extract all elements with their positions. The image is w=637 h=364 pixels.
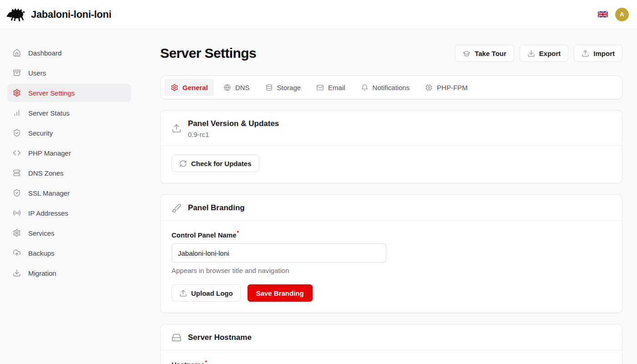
sidebar-item-label: Users [28, 69, 46, 77]
settings-tabs: GeneralDNSStorageEmailNotificationsPHP-F… [160, 76, 622, 99]
tab-php-fpm[interactable]: PHP-FPM [419, 79, 474, 96]
download-icon [527, 50, 535, 57]
page-head: Server Settings Take TourExportImport [160, 45, 622, 62]
bar-chart-icon [13, 109, 21, 117]
gear-icon [171, 84, 178, 91]
sidebar-item-label: PHP Manager [28, 149, 71, 157]
radio-waves-icon [13, 209, 21, 217]
card-title: Panel Version & Updates [188, 118, 279, 129]
globe-icon [223, 84, 231, 91]
panel-branding-header: Panel Branding [161, 195, 622, 220]
archive-icon [13, 69, 21, 77]
button-label: Import [593, 50, 615, 57]
sidebar-item-ssl-manager[interactable]: SSL Manager [7, 184, 131, 202]
cloud-upload-icon [13, 249, 21, 257]
bell-icon [361, 84, 369, 91]
body-row: DashboardUsersServer SettingsServer Stat… [0, 29, 637, 364]
tab-notifications[interactable]: Notifications [354, 79, 416, 96]
panel-version-titles: Panel Version & Updates 0.9-rc1 [188, 118, 279, 138]
branding-buttons: Upload Logo Save Branding [172, 284, 611, 302]
tab-storage[interactable]: Storage [259, 79, 308, 96]
shield-check-icon [13, 129, 21, 137]
sidebar-item-label: Server Status [28, 109, 70, 117]
page-actions: Take TourExportImport [455, 45, 622, 62]
sidebar-item-label: Migration [28, 269, 56, 277]
panel-version-card: Panel Version & Updates 0.9-rc1 Check fo… [160, 110, 622, 183]
control-panel-name-label: Control Panel Name* [172, 230, 239, 239]
server-hostname-card: Server Hostname Hostname* [160, 324, 622, 364]
sidebar-item-migration[interactable]: Migration [7, 264, 131, 282]
button-label: Take Tour [475, 50, 506, 57]
panel-version-value: 0.9-rc1 [188, 131, 279, 138]
upload-icon [172, 123, 182, 133]
uk-flag-icon[interactable] [598, 11, 608, 18]
mail-icon [316, 84, 324, 91]
import-button[interactable]: Import [574, 45, 622, 62]
tab-label: Storage [277, 84, 301, 91]
database-icon [265, 84, 273, 91]
control-panel-name-input[interactable] [172, 243, 386, 263]
upload-icon [581, 50, 589, 57]
sidebar-item-server-status[interactable]: Server Status [7, 104, 131, 122]
sidebar-item-dns-zones[interactable]: DNS Zones [7, 164, 131, 182]
panel-branding-body: Control Panel Name* Appears in browser t… [161, 221, 622, 313]
brand-name: Jabaloni-loni-loni [31, 9, 111, 20]
card-title: Server Hostname [188, 332, 252, 343]
sidebar-item-backups[interactable]: Backups [7, 244, 131, 262]
shield-check-icon [13, 189, 21, 197]
tab-label: DNS [235, 84, 250, 91]
top-header: Jabaloni-loni-loni A [0, 0, 637, 29]
save-branding-label: Save Branding [256, 289, 304, 297]
sidebar-item-security[interactable]: Security [7, 124, 131, 142]
server-hostname-header: Server Hostname [161, 324, 622, 350]
tab-label: Email [328, 84, 345, 91]
check-updates-button[interactable]: Check for Updates [172, 155, 259, 172]
sidebar-item-label: DNS Zones [28, 169, 64, 177]
upload-icon [179, 289, 187, 297]
sidebar-item-server-settings[interactable]: Server Settings [7, 84, 131, 102]
graduation-cap-icon [463, 50, 470, 57]
brand[interactable]: Jabaloni-loni-loni [6, 7, 111, 22]
panel-branding-card: Panel Branding Control Panel Name* Appea… [160, 194, 622, 313]
tab-label: Notifications [373, 84, 410, 91]
main-content: Server Settings Take TourExportImport Ge… [138, 29, 637, 364]
hard-drive-icon [172, 333, 182, 343]
refresh-icon [179, 160, 187, 167]
required-asterisk: * [205, 359, 207, 364]
upload-logo-button[interactable]: Upload Logo [172, 284, 241, 302]
brush-icon [172, 203, 182, 213]
card-title: Panel Branding [188, 202, 245, 213]
sidebar-nav: DashboardUsersServer SettingsServer Stat… [0, 29, 138, 364]
button-label: Export [539, 50, 561, 57]
tab-email[interactable]: Email [310, 79, 352, 96]
tab-label: General [182, 84, 208, 91]
refresh-icon [179, 160, 187, 167]
take-tour-button[interactable]: Take Tour [455, 45, 514, 62]
upload-logo-label: Upload Logo [191, 289, 233, 297]
cpu-icon [425, 84, 433, 91]
sidebar-item-label: Dashboard [28, 49, 61, 57]
page-title: Server Settings [160, 46, 256, 61]
sidebar-item-users[interactable]: Users [7, 64, 131, 82]
user-avatar[interactable]: A [615, 8, 629, 21]
hostname-label: Hostname* [172, 359, 207, 364]
sidebar-item-label: Backups [28, 249, 55, 257]
tab-label: PHP-FPM [437, 84, 468, 91]
save-branding-button[interactable]: Save Branding [248, 284, 313, 302]
sidebar-item-label: SSL Manager [28, 189, 70, 197]
tab-general[interactable]: General [164, 79, 214, 96]
sidebar-item-php-manager[interactable]: PHP Manager [7, 144, 131, 162]
sidebar-item-ip-addresses[interactable]: IP Addresses [7, 204, 131, 222]
server-stack-icon [13, 169, 21, 177]
server-hostname-body: Hostname* [161, 350, 622, 364]
panel-version-header: Panel Version & Updates 0.9-rc1 [161, 111, 622, 145]
export-button[interactable]: Export [520, 45, 569, 62]
sidebar-item-services[interactable]: Services [7, 224, 131, 242]
download-icon [13, 269, 21, 277]
upload-icon [179, 289, 187, 297]
sidebar-item-label: Security [28, 129, 53, 137]
tab-dns[interactable]: DNS [217, 79, 256, 96]
sidebar-item-label: Services [28, 229, 55, 237]
sidebar-item-dashboard[interactable]: Dashboard [7, 44, 131, 62]
control-panel-name-helper: Appears in browser title and navigation [172, 267, 611, 274]
